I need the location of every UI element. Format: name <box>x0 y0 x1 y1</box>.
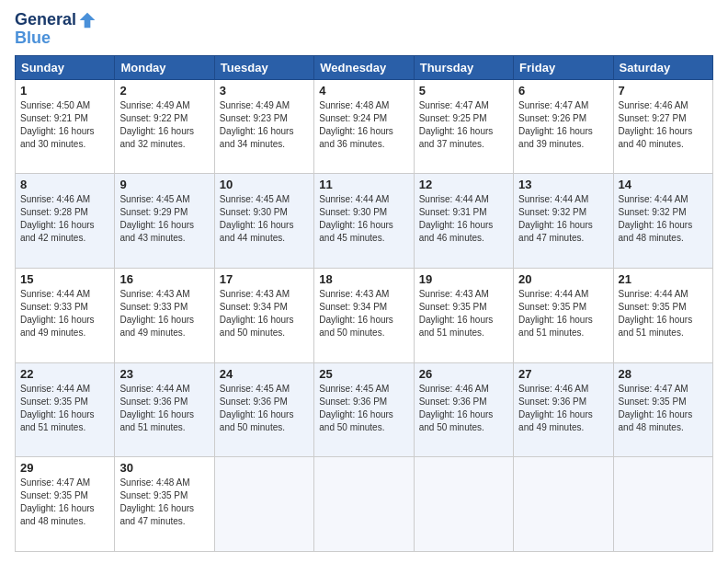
day-number: 8 <box>20 178 109 191</box>
table-row: 30 Sunrise: 4:48 AMSunset: 9:35 PMDaylig… <box>115 457 214 552</box>
table-row: 17 Sunrise: 4:43 AMSunset: 9:34 PMDaylig… <box>214 269 313 363</box>
table-row: 11 Sunrise: 4:44 AMSunset: 9:30 PMDaylig… <box>314 174 414 269</box>
day-info: Sunrise: 4:46 AMSunset: 9:27 PMDaylight:… <box>619 99 708 151</box>
day-number: 18 <box>319 272 408 286</box>
day-number: 3 <box>220 84 309 98</box>
day-number: 12 <box>419 178 508 191</box>
day-number: 6 <box>518 84 608 98</box>
calendar-week-row: 29 Sunrise: 4:47 AMSunset: 9:35 PMDaylig… <box>16 457 713 552</box>
table-row: 24 Sunrise: 4:45 AMSunset: 9:36 PMDaylig… <box>214 362 313 457</box>
page: General Blue Sunday Monday Tuesday Wedne… <box>0 0 728 563</box>
day-info: Sunrise: 4:49 AMSunset: 9:23 PMDaylight:… <box>220 99 309 151</box>
table-row <box>414 457 513 552</box>
table-row <box>214 457 313 552</box>
calendar-week-row: 8 Sunrise: 4:46 AMSunset: 9:28 PMDayligh… <box>16 174 713 269</box>
calendar-week-row: 1 Sunrise: 4:50 AMSunset: 9:21 PMDayligh… <box>16 79 713 174</box>
day-info: Sunrise: 4:44 AMSunset: 9:33 PMDaylight:… <box>20 288 109 339</box>
th-thursday: Thursday <box>414 55 513 79</box>
day-number: 11 <box>319 178 408 191</box>
day-number: 1 <box>20 84 109 98</box>
logo: General Blue <box>15 11 97 48</box>
day-info: Sunrise: 4:47 AMSunset: 9:35 PMDaylight:… <box>619 383 708 434</box>
table-row: 28 Sunrise: 4:47 AMSunset: 9:35 PMDaylig… <box>613 362 712 457</box>
table-row: 4 Sunrise: 4:48 AMSunset: 9:24 PMDayligh… <box>314 79 414 174</box>
day-info: Sunrise: 4:44 AMSunset: 9:32 PMDaylight:… <box>619 193 708 245</box>
day-info: Sunrise: 4:46 AMSunset: 9:36 PMDaylight:… <box>518 383 608 434</box>
table-row: 5 Sunrise: 4:47 AMSunset: 9:25 PMDayligh… <box>414 79 513 174</box>
day-info: Sunrise: 4:43 AMSunset: 9:34 PMDaylight:… <box>220 288 309 339</box>
calendar-week-row: 22 Sunrise: 4:44 AMSunset: 9:35 PMDaylig… <box>16 362 713 457</box>
day-info: Sunrise: 4:45 AMSunset: 9:29 PMDaylight:… <box>119 193 209 245</box>
table-row: 10 Sunrise: 4:45 AMSunset: 9:30 PMDaylig… <box>214 174 313 269</box>
day-info: Sunrise: 4:44 AMSunset: 9:35 PMDaylight:… <box>20 383 109 434</box>
day-number: 20 <box>518 272 608 286</box>
table-row: 22 Sunrise: 4:44 AMSunset: 9:35 PMDaylig… <box>16 362 115 457</box>
header: General Blue <box>15 11 713 48</box>
logo-blue-text: Blue <box>15 29 97 48</box>
calendar-table: Sunday Monday Tuesday Wednesday Thursday… <box>15 55 713 552</box>
day-info: Sunrise: 4:44 AMSunset: 9:35 PMDaylight:… <box>518 288 608 339</box>
day-number: 29 <box>20 461 109 475</box>
table-row: 25 Sunrise: 4:45 AMSunset: 9:36 PMDaylig… <box>314 362 414 457</box>
day-number: 25 <box>319 367 408 381</box>
table-row: 15 Sunrise: 4:44 AMSunset: 9:33 PMDaylig… <box>16 269 115 363</box>
table-row: 26 Sunrise: 4:46 AMSunset: 9:36 PMDaylig… <box>414 362 513 457</box>
day-info: Sunrise: 4:44 AMSunset: 9:35 PMDaylight:… <box>619 288 708 339</box>
th-monday: Monday <box>115 55 214 79</box>
logo-icon <box>78 11 97 29</box>
day-info: Sunrise: 4:43 AMSunset: 9:35 PMDaylight:… <box>419 288 508 339</box>
calendar-week-row: 15 Sunrise: 4:44 AMSunset: 9:33 PMDaylig… <box>16 269 713 363</box>
day-info: Sunrise: 4:47 AMSunset: 9:35 PMDaylight:… <box>20 477 109 528</box>
table-row: 9 Sunrise: 4:45 AMSunset: 9:29 PMDayligh… <box>115 174 214 269</box>
day-number: 26 <box>419 367 508 381</box>
table-row: 27 Sunrise: 4:46 AMSunset: 9:36 PMDaylig… <box>514 362 613 457</box>
day-number: 9 <box>119 178 209 191</box>
th-tuesday: Tuesday <box>214 55 313 79</box>
day-number: 13 <box>518 178 608 191</box>
day-info: Sunrise: 4:45 AMSunset: 9:36 PMDaylight:… <box>319 383 408 434</box>
table-row: 3 Sunrise: 4:49 AMSunset: 9:23 PMDayligh… <box>214 79 313 174</box>
day-info: Sunrise: 4:43 AMSunset: 9:33 PMDaylight:… <box>119 288 209 339</box>
table-row: 1 Sunrise: 4:50 AMSunset: 9:21 PMDayligh… <box>16 79 115 174</box>
table-row: 12 Sunrise: 4:44 AMSunset: 9:31 PMDaylig… <box>414 174 513 269</box>
day-number: 21 <box>619 272 708 286</box>
th-friday: Friday <box>514 55 613 79</box>
table-row: 14 Sunrise: 4:44 AMSunset: 9:32 PMDaylig… <box>613 174 712 269</box>
table-row: 16 Sunrise: 4:43 AMSunset: 9:33 PMDaylig… <box>115 269 214 363</box>
day-info: Sunrise: 4:44 AMSunset: 9:36 PMDaylight:… <box>119 383 209 434</box>
logo-text: General <box>15 11 76 29</box>
day-info: Sunrise: 4:48 AMSunset: 9:35 PMDaylight:… <box>119 477 209 528</box>
day-number: 2 <box>119 84 209 98</box>
table-row <box>613 457 712 552</box>
day-info: Sunrise: 4:46 AMSunset: 9:36 PMDaylight:… <box>419 383 508 434</box>
day-info: Sunrise: 4:47 AMSunset: 9:25 PMDaylight:… <box>419 99 508 151</box>
th-wednesday: Wednesday <box>314 55 414 79</box>
table-row: 2 Sunrise: 4:49 AMSunset: 9:22 PMDayligh… <box>115 79 214 174</box>
th-sunday: Sunday <box>16 55 115 79</box>
day-number: 28 <box>619 367 708 381</box>
day-number: 27 <box>518 367 608 381</box>
table-row: 29 Sunrise: 4:47 AMSunset: 9:35 PMDaylig… <box>16 457 115 552</box>
table-row: 19 Sunrise: 4:43 AMSunset: 9:35 PMDaylig… <box>414 269 513 363</box>
day-info: Sunrise: 4:48 AMSunset: 9:24 PMDaylight:… <box>319 99 408 151</box>
day-info: Sunrise: 4:44 AMSunset: 9:32 PMDaylight:… <box>518 193 608 245</box>
table-row <box>514 457 613 552</box>
day-number: 14 <box>619 178 708 191</box>
day-number: 30 <box>119 461 209 475</box>
table-row: 18 Sunrise: 4:43 AMSunset: 9:34 PMDaylig… <box>314 269 414 363</box>
day-info: Sunrise: 4:47 AMSunset: 9:26 PMDaylight:… <box>518 99 608 151</box>
table-row: 7 Sunrise: 4:46 AMSunset: 9:27 PMDayligh… <box>613 79 712 174</box>
day-info: Sunrise: 4:49 AMSunset: 9:22 PMDaylight:… <box>119 99 209 151</box>
day-number: 17 <box>220 272 309 286</box>
table-row: 20 Sunrise: 4:44 AMSunset: 9:35 PMDaylig… <box>514 269 613 363</box>
th-saturday: Saturday <box>613 55 712 79</box>
day-info: Sunrise: 4:50 AMSunset: 9:21 PMDaylight:… <box>20 99 109 151</box>
day-number: 19 <box>419 272 508 286</box>
day-number: 22 <box>20 367 109 381</box>
day-info: Sunrise: 4:45 AMSunset: 9:30 PMDaylight:… <box>220 193 309 245</box>
day-header-row: Sunday Monday Tuesday Wednesday Thursday… <box>16 55 713 79</box>
table-row: 21 Sunrise: 4:44 AMSunset: 9:35 PMDaylig… <box>613 269 712 363</box>
table-row <box>314 457 414 552</box>
day-number: 4 <box>319 84 408 98</box>
table-row: 13 Sunrise: 4:44 AMSunset: 9:32 PMDaylig… <box>514 174 613 269</box>
